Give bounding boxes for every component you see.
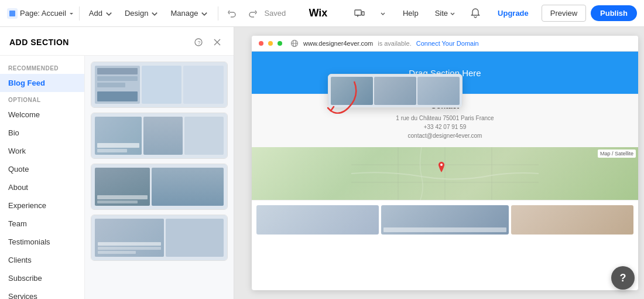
devices-button[interactable] [350, 4, 369, 23]
drag-arrow [313, 79, 360, 114]
preview-button[interactable]: Preview [542, 5, 586, 22]
help-panel-button[interactable]: ? [191, 35, 205, 49]
connect-domain-link[interactable]: Connect Your Domain [416, 40, 479, 47]
add-section-panel: ADD SECTION ? RECOMMENDED Blog Feed OPTI… [0, 27, 234, 299]
panel-header-icons: ? [191, 35, 224, 49]
chevron-down-icon [68, 11, 74, 16]
svg-rect-3 [362, 12, 364, 15]
contact-address: 1 rue du Château 75001 Paris France +33 … [261, 114, 629, 140]
manage-button[interactable]: Manage [166, 6, 213, 21]
site-button[interactable]: Site [429, 6, 461, 21]
chevron-down-icon [150, 9, 159, 18]
thumbnail-2 [381, 205, 508, 235]
divider-2 [218, 6, 218, 21]
sidebar-item-testimonials[interactable]: Testimonials [0, 233, 84, 251]
globe-icon [290, 39, 299, 47]
thumbnail-3 [511, 205, 633, 235]
chevron-down-icon [200, 9, 208, 18]
chevron-devices-icon[interactable] [374, 4, 392, 23]
sidebar-item-welcome[interactable]: Welcome [0, 106, 84, 124]
map-overlay-label: Map / Satellite [598, 150, 636, 158]
wix-logo-area: Wix [309, 6, 335, 20]
saved-indicator: Saved [264, 9, 286, 18]
page-icon [7, 8, 18, 19]
sidebar-item-experience[interactable]: Experience [0, 196, 84, 215]
undo-button[interactable] [223, 4, 242, 23]
svg-text:?: ? [198, 40, 201, 46]
wix-logo: Wix [309, 6, 335, 18]
main-area: ADD SECTION ? RECOMMENDED Blog Feed OPTI… [0, 27, 644, 299]
sidebar-item-team[interactable]: Team [0, 215, 84, 233]
upgrade-button[interactable]: Upgrade [489, 5, 537, 21]
svg-rect-0 [9, 11, 15, 16]
redo-button[interactable] [243, 4, 262, 23]
map-image [252, 147, 638, 200]
dot-red [259, 41, 263, 46]
topbar-right: Help Site Upgrade Preview Publish [350, 4, 637, 23]
close-panel-button[interactable] [210, 35, 224, 49]
thumbnail-1 [256, 205, 379, 235]
template-cards-area [85, 56, 234, 299]
sidebar-item-blog-feed[interactable]: Blog Feed [0, 74, 84, 92]
recommended-label: RECOMMENDED [0, 60, 84, 74]
sections-sidebar-nav: RECOMMENDED Blog Feed OPTIONAL Welcome B… [0, 56, 85, 299]
sidebar-item-subscribe[interactable]: Subscribe [0, 269, 84, 287]
notifications-icon[interactable] [466, 4, 485, 23]
publish-button[interactable]: Publish [591, 5, 637, 21]
svg-text:Wix: Wix [309, 7, 328, 18]
svg-rect-2 [355, 10, 361, 15]
chevron-down-icon [105, 9, 113, 18]
sidebar-item-clients[interactable]: Clients [0, 251, 84, 269]
panel-body: RECOMMENDED Blog Feed OPTIONAL Welcome B… [0, 56, 234, 299]
design-button[interactable]: Design [120, 6, 163, 21]
panel-title: ADD SECTION [9, 38, 69, 47]
add-button[interactable]: Add [84, 6, 118, 21]
sidebar-item-quote[interactable]: Quote [0, 160, 84, 178]
sidebar-item-about[interactable]: About [0, 178, 84, 196]
domain-text[interactable]: www.designer4ever.com [303, 40, 373, 47]
domain-bar: www.designer4ever.com is available. Conn… [252, 36, 638, 52]
template-card-2[interactable] [91, 113, 228, 159]
page-label: Page: Accueil [7, 8, 74, 19]
panel-header: ADD SECTION ? [0, 27, 234, 56]
preview-map: Map / Satellite [252, 147, 638, 200]
chevron-down-icon [450, 11, 455, 16]
sidebar-item-work[interactable]: Work [0, 142, 84, 160]
dot-green [278, 41, 282, 46]
canvas-area: www.designer4ever.com is available. Conn… [234, 27, 644, 299]
dot-yellow [268, 41, 273, 46]
available-text: is available. [378, 40, 411, 47]
undo-redo-group [223, 4, 262, 23]
help-button[interactable]: Help [397, 6, 424, 21]
preview-thumbnails [252, 200, 638, 239]
optional-label: OPTIONAL [0, 92, 84, 106]
divider-1 [79, 6, 80, 21]
sidebar-item-bio[interactable]: Bio [0, 124, 84, 142]
sidebar-item-services[interactable]: Services [0, 287, 84, 299]
topbar: Page: Accueil Add Design Manage Saved [0, 0, 644, 27]
page-label-text: Page: Accueil [20, 9, 66, 18]
help-chat-button[interactable]: ? [611, 266, 635, 290]
template-card-1[interactable] [91, 62, 228, 108]
topbar-left: Page: Accueil Add Design Manage Saved [7, 4, 286, 23]
template-card-3[interactable] [91, 164, 228, 210]
template-card-4[interactable] [91, 215, 228, 261]
